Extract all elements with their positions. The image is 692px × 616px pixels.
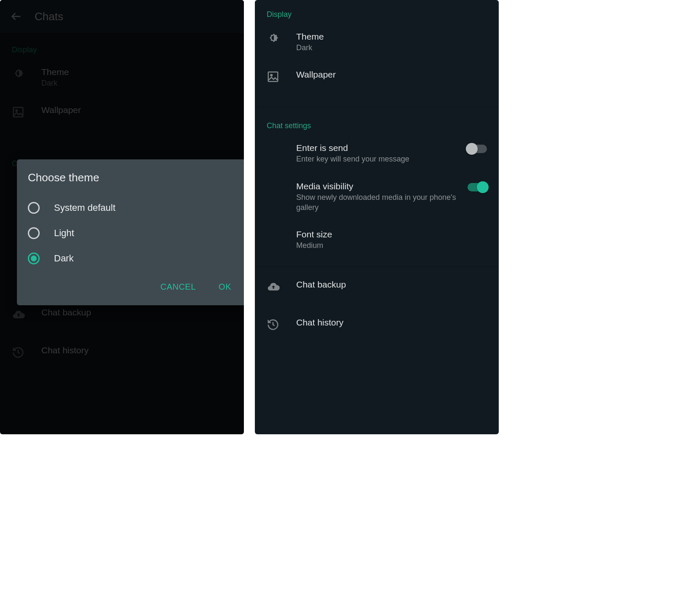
chat-backup-title: Chat backup: [296, 280, 487, 290]
wallpaper-row[interactable]: Wallpaper: [255, 61, 499, 99]
radio-icon: [28, 253, 40, 264]
chat-backup-row[interactable]: Chat backup: [255, 271, 499, 309]
theme-row[interactable]: Theme Dark: [255, 23, 499, 61]
divider: [255, 266, 499, 267]
chat-history-title: Chat history: [296, 317, 487, 328]
radio-label: System default: [54, 202, 116, 213]
history-icon: [267, 317, 296, 331]
svg-point-4: [270, 75, 272, 76]
wallpaper-title: Wallpaper: [296, 70, 487, 80]
font-size-title: Font size: [296, 229, 487, 239]
radio-label: Light: [54, 228, 74, 239]
section-display: Display: [255, 0, 499, 23]
brightness-icon: [267, 32, 296, 47]
section-chat-settings: Chat settings: [255, 111, 499, 134]
wallpaper-icon: [267, 70, 296, 83]
media-visibility-title: Media visibility: [296, 181, 461, 191]
enter-is-send-row[interactable]: Enter is send Enter key will send your m…: [255, 134, 499, 172]
radio-icon: [28, 202, 40, 214]
enter-is-send-subtitle: Enter key will send your message: [296, 154, 461, 164]
ok-button[interactable]: OK: [215, 280, 235, 294]
radio-icon: [28, 227, 40, 239]
svg-rect-3: [268, 72, 278, 82]
theme-value: Dark: [296, 43, 487, 53]
enter-is-send-toggle[interactable]: [468, 145, 487, 153]
radio-light[interactable]: Light: [28, 221, 238, 246]
enter-is-send-title: Enter is send: [296, 143, 461, 153]
cloud-upload-icon: [267, 280, 296, 294]
left-screenshot: Chats Display Theme Dark Wallpaper: [0, 0, 244, 434]
chats-settings-screen: Display Theme Dark Wallpaper Ch: [255, 0, 499, 434]
media-visibility-row[interactable]: Media visibility Show newly downloaded m…: [255, 173, 499, 221]
radio-dark[interactable]: Dark: [28, 246, 238, 271]
font-size-row[interactable]: Font size Medium: [255, 221, 499, 259]
chat-history-row[interactable]: Chat history: [255, 309, 499, 347]
theme-title: Theme: [296, 32, 487, 42]
font-size-value: Medium: [296, 240, 487, 250]
radio-system-default[interactable]: System default: [28, 195, 238, 221]
right-screenshot: Display Theme Dark Wallpaper Ch: [255, 0, 499, 434]
divider: [255, 107, 499, 107]
dialog-title: Choose theme: [28, 171, 238, 184]
media-visibility-toggle[interactable]: [468, 183, 487, 191]
radio-label: Dark: [54, 253, 73, 264]
cancel-button[interactable]: CANCEL: [157, 280, 199, 294]
choose-theme-dialog: Choose theme System default Light Dark C…: [17, 159, 244, 305]
media-visibility-subtitle: Show newly downloaded media in your phon…: [296, 192, 461, 213]
